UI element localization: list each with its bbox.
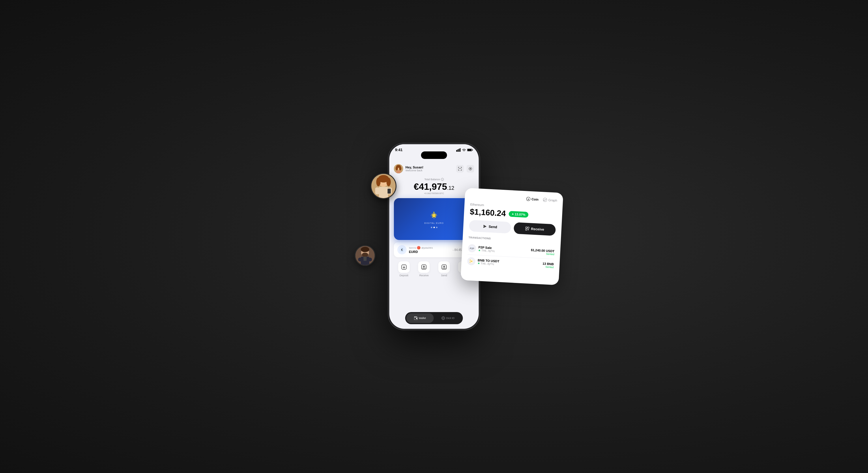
balance-section: Total Balance i €41,975.12 +0.082795589 … [394, 176, 474, 198]
svg-text:★: ★ [432, 217, 433, 218]
subtitle: Welcome back [405, 169, 423, 172]
detail-receive-label: Receive [531, 227, 544, 231]
info-icon: i [441, 178, 444, 181]
signal-icon [456, 148, 461, 152]
svg-point-32 [399, 166, 401, 170]
detail-card-tabs: $ Coin Graph [471, 194, 557, 202]
send-button[interactable]: Send [438, 261, 450, 277]
svg-rect-17 [358, 257, 363, 261]
svg-text:P2P: P2P [470, 247, 474, 250]
tx-sent-to: Sent to @julia2001 [409, 246, 451, 250]
svg-rect-8 [388, 189, 391, 193]
floating-avatar-woman: ⚡ [371, 173, 397, 199]
graph-tab-label: Graph [548, 198, 557, 202]
scan-button[interactable] [456, 165, 464, 172]
graph-tab[interactable]: Graph [543, 197, 557, 202]
coin-tab[interactable]: $ Coin [526, 197, 539, 201]
dynamic-island [421, 151, 447, 159]
svg-rect-69 [416, 318, 417, 319]
p2p-icon-svg: P2P [469, 246, 474, 251]
svg-point-3 [376, 178, 381, 186]
svg-point-72 [442, 317, 444, 319]
wifi-icon [462, 148, 466, 152]
card-dot [436, 227, 437, 228]
card-label: DIGITAL EURO [424, 222, 444, 224]
back-tx-right-1: $1,240.00 USDT Sented [531, 248, 555, 256]
svg-text:★: ★ [432, 213, 433, 214]
currency-symbol: € [414, 181, 419, 192]
svg-rect-39 [458, 169, 459, 170]
bnb-swap-icon [467, 257, 475, 265]
decimals: .12 [447, 185, 454, 191]
svg-rect-5 [379, 187, 388, 198]
receive-button[interactable]: Receive [418, 261, 430, 277]
svg-rect-37 [461, 167, 462, 168]
wallet-tab[interactable]: Wallet [406, 313, 434, 323]
svg-rect-27 [467, 149, 471, 151]
card-pagination [431, 227, 437, 228]
svg-text:★: ★ [435, 217, 436, 218]
back-tx-details-1: P2P Sale TX6...hj7Yc [478, 246, 495, 253]
deposit-svg [401, 264, 407, 270]
floating-avatar-man: ⚡ [354, 245, 375, 266]
deposit-icon [398, 261, 410, 273]
graph-icon [543, 197, 548, 202]
tx-username: @julia2001 [421, 247, 433, 249]
eu-flag: 🌟 ★ ★ ★ ★ ★ ★ ★ ★ [428, 210, 440, 222]
svg-point-43 [470, 168, 471, 169]
svg-rect-26 [472, 149, 473, 151]
tx-token: EURD [409, 250, 451, 254]
detail-receive-button[interactable]: Receive [514, 222, 556, 236]
status-time: 9:41 [395, 148, 403, 152]
send-icon [438, 261, 450, 273]
user-avatar [394, 164, 403, 174]
back-tx-left-1: P2P P2P Sale TX6...hj7Yc [468, 244, 495, 254]
amount: 41,975 [419, 181, 447, 192]
price-change-badge: 13.07% [508, 211, 528, 218]
tx1-status-dot [478, 249, 480, 252]
send-svg [441, 264, 447, 270]
id-icon [441, 316, 445, 320]
btc-value: +0.082795589 BTC [394, 192, 474, 195]
svg-text:€: € [401, 248, 403, 252]
p2p-sale-icon: P2P [468, 244, 476, 252]
send-arrow-icon [483, 224, 487, 229]
user-info: Hey, Susan! Welcome back [394, 164, 423, 174]
svg-text:★: ★ [431, 215, 432, 216]
crypto-card[interactable]: 🌟 ★ ★ ★ ★ ★ ★ ★ ★ [394, 198, 474, 240]
back-tx-left-2: BNB TO USDT TX6...hj7Yc [467, 257, 499, 267]
svg-rect-76 [525, 227, 527, 228]
battery-icon [467, 148, 473, 152]
wallet-icon [414, 316, 417, 320]
svg-point-13 [361, 247, 369, 252]
coin-price: $1,160.24 [469, 207, 506, 218]
svg-rect-33 [396, 170, 401, 174]
svg-point-31 [396, 166, 398, 170]
receive-svg [421, 264, 427, 270]
tx2-amount: 13 BNB [542, 262, 554, 266]
wallet-tab-label: Wallet [419, 317, 426, 320]
deposit-label: Deposit [399, 274, 408, 277]
settings-button[interactable] [467, 165, 474, 172]
detail-send-button[interactable]: Send [469, 220, 512, 233]
dicit-id-tab[interactable]: Dicit ID [434, 313, 462, 323]
svg-point-75 [543, 198, 547, 202]
svg-rect-24 [460, 148, 461, 152]
tx-details: Sent to @julia2001 EURD [409, 246, 451, 254]
svg-point-71 [442, 317, 445, 320]
greeting: Hey, Susan! [405, 165, 423, 169]
tx-user-avatar [417, 246, 421, 250]
status-icons [447, 148, 473, 152]
price-change-value: 13.07% [515, 212, 525, 216]
detail-actions: Send Receive [469, 220, 556, 236]
receive-qr-icon [525, 226, 529, 231]
detail-send-label: Send [489, 225, 497, 229]
header-icons[interactable] [456, 165, 474, 172]
svg-text:$: $ [528, 198, 529, 200]
scan-icon [458, 167, 462, 170]
deposit-button[interactable]: Deposit [398, 261, 410, 277]
back-tx-right-2: 13 BNB Sented [542, 262, 554, 269]
tx-icon: € [397, 245, 407, 254]
bnb-icon-svg [469, 259, 474, 263]
svg-text:i: i [442, 179, 443, 181]
